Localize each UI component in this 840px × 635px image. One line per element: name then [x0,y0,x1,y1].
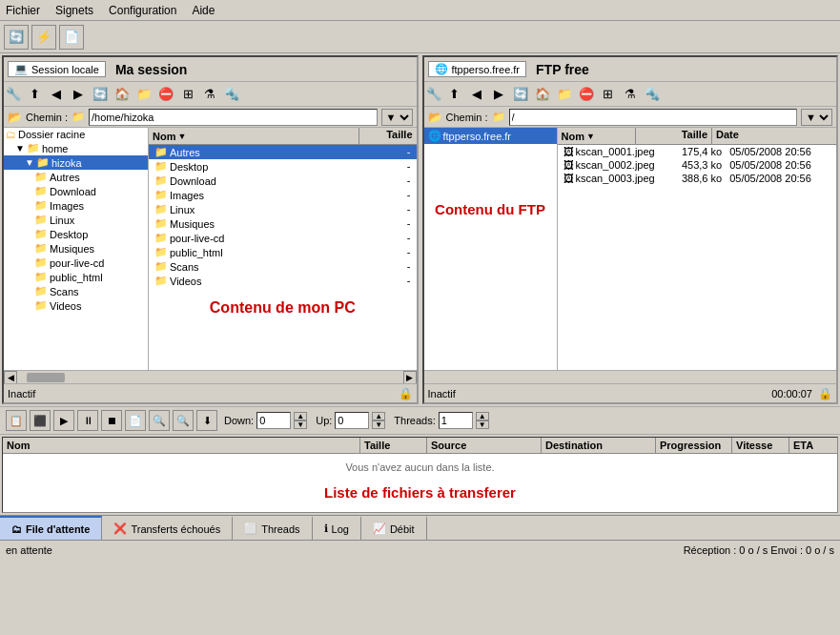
right-btn-folder[interactable]: 📁 [554,84,575,105]
right-annotation: Contenu du FTP [424,144,557,221]
ftp-col-date-header[interactable]: Date [712,128,836,144]
right-btn-stop[interactable]: ⛔ [576,84,597,105]
left-hscroll-right[interactable]: ▶ [403,371,417,384]
table-row[interactable]: 🖼kscan_0001.jpeg 175,4 ko 05/05/2008 20:… [558,145,837,158]
tab-transferts-echoues[interactable]: ❌ Transferts échoués [102,516,233,540]
threads-spin-up[interactable]: ▲ [476,412,489,420]
menu-configuration[interactable]: Configuration [109,4,176,17]
right-btn-back[interactable]: ◀ [466,84,487,105]
session-tab[interactable]: 💻 Session locale [8,61,106,77]
table-row[interactable]: 📁Images - [149,188,417,202]
tree-images[interactable]: 📁 Images [4,198,148,213]
left-btn-up[interactable]: ⬆ [24,84,45,105]
transfer-btn-pause[interactable]: ⏸ [77,410,98,431]
threads-input[interactable] [439,412,473,429]
transfer-btn-4[interactable]: 🔍 [173,410,194,431]
left-btn-back[interactable]: ◀ [46,84,67,105]
right-path-dropdown[interactable]: ▼ [801,109,832,126]
left-file-header: Nom ▼ Taille [149,128,417,145]
toolbar-btn-3[interactable]: 📄 [59,25,84,50]
down-spin-down[interactable]: ▼ [294,420,307,429]
right-btn-home[interactable]: 🏠 [532,84,553,105]
left-btn-grid[interactable]: ⊞ [177,84,198,105]
right-path-input[interactable] [509,109,797,126]
right-btn-forward[interactable]: ▶ [488,84,509,105]
tab-debit[interactable]: 📈 Débit [361,516,427,540]
table-row[interactable]: 🖼kscan_0003.jpeg 388,6 ko 05/05/2008 20:… [558,172,837,185]
toolbar-btn-1[interactable]: 🔄 [4,25,29,50]
ftp-col-taille-header[interactable]: Taille [636,128,712,144]
table-row[interactable]: 📁pour-live-cd - [149,231,417,245]
down-input[interactable] [256,412,291,429]
transfer-btn-stop[interactable]: ⬛ [30,410,51,431]
tree-desktop[interactable]: 📁 Desktop [4,227,148,241]
left-btn-refresh[interactable]: 🔄 [90,84,111,105]
transfer-btn-halt[interactable]: ⏹ [101,410,122,431]
menu-aide[interactable]: Aide [192,4,215,17]
left-btn-settings[interactable]: 🔩 [221,84,242,105]
right-btn-settings[interactable]: 🔩 [642,84,663,105]
left-btn-folder[interactable]: 📁 [133,84,154,105]
ftp-root-item[interactable]: 🌐 ftpperso.free.fr [424,128,557,144]
right-btn-grid[interactable]: ⊞ [598,84,619,105]
transfer-btn-play[interactable]: ▶ [53,410,74,431]
tree-autres[interactable]: 📁 Autres [4,170,148,184]
jpeg-icon-3: 🖼 [563,173,574,184]
tree-download[interactable]: 📁 Download [4,184,148,198]
right-btn-filter[interactable]: ⚗ [620,84,641,105]
tab-file-attente[interactable]: 🗂 File d'attente [0,516,102,540]
tree-hizoka[interactable]: ▼ 📁 hizoka [4,155,148,170]
right-btn-up[interactable]: ⬆ [444,84,465,105]
left-btn-filter[interactable]: ⚗ [199,84,220,105]
table-row[interactable]: 📁Scans - [149,259,417,274]
threads-spin-down[interactable]: ▼ [476,420,489,429]
tab-log[interactable]: ℹ Log [313,516,361,540]
left-btn-forward[interactable]: ▶ [68,84,89,105]
file-folder-icon: 📁 [154,160,168,173]
up-input[interactable] [335,412,369,429]
tab-threads-label: Threads [261,523,299,535]
tree-pour-live-cd[interactable]: 📁 pour-live-cd [4,256,148,270]
transfer-btn-2[interactable]: 📄 [125,410,146,431]
toolbar-btn-2[interactable]: ⚡ [31,25,56,50]
tree-root[interactable]: 🗂 Dossier racine [4,128,148,141]
tree-public-html[interactable]: 📁 public_html [4,270,148,284]
tab-threads[interactable]: ⬜ Threads [233,516,312,540]
tree-linux[interactable]: 📁 Linux [4,213,148,227]
transfer-btn-3[interactable]: 🔍 [149,410,170,431]
transfer-btn-dl[interactable]: ⬇ [196,410,217,431]
table-row[interactable]: 📁Videos - [149,274,417,288]
left-hscroll-thumb[interactable] [27,373,65,382]
table-row[interactable]: 📁Autres - [149,145,417,159]
table-row[interactable]: 📁public_html - [149,245,417,259]
left-hscroll-left[interactable]: ◀ [4,371,17,384]
table-row[interactable]: 🖼kscan_0002.jpeg 453,3 ko 05/05/2008 20:… [558,158,837,172]
left-path-dropdown[interactable]: ▼ [381,109,413,126]
table-row[interactable]: 📁Download - [149,174,417,188]
transfer-controls-bar: 📋 ⬛ ▶ ⏸ ⏹ 📄 🔍 🔍 ⬇ Down: ▲ ▼ Up: ▲ ▼ Thre… [0,406,840,435]
tree-linux-icon: 📁 [34,214,48,226]
col-taille-header[interactable]: Taille [359,128,417,144]
table-row[interactable]: 📁Musiques - [149,216,417,231]
tree-home[interactable]: ▼ 📁 home [4,141,148,155]
right-btn-refresh[interactable]: 🔄 [510,84,531,105]
tree-videos-label: Videos [50,300,81,312]
left-path-input[interactable] [89,109,377,126]
left-path-folder-icon: 📁 [72,111,85,123]
tree-scans[interactable]: 📁 Scans [4,284,148,298]
tree-videos[interactable]: 📁 Videos [4,298,148,313]
menu-signets[interactable]: Signets [55,4,93,17]
transfer-btn-add[interactable]: 📋 [6,410,27,431]
up-spin-down[interactable]: ▼ [372,420,385,429]
col-nom-header[interactable]: Nom ▼ [149,128,359,144]
ftp-tab[interactable]: 🌐 ftpperso.free.fr [428,61,527,77]
table-row[interactable]: 📁Desktop - [149,159,417,174]
left-btn-stop[interactable]: ⛔ [155,84,176,105]
up-spin-up[interactable]: ▲ [372,412,385,420]
left-btn-home[interactable]: 🏠 [112,84,133,105]
down-spin-up[interactable]: ▲ [294,412,307,420]
menu-fichier[interactable]: Fichier [6,4,40,17]
ftp-col-nom-header[interactable]: Nom ▼ [558,128,637,144]
table-row[interactable]: 📁Linux - [149,202,417,216]
tree-musiques[interactable]: 📁 Musiques [4,241,148,256]
